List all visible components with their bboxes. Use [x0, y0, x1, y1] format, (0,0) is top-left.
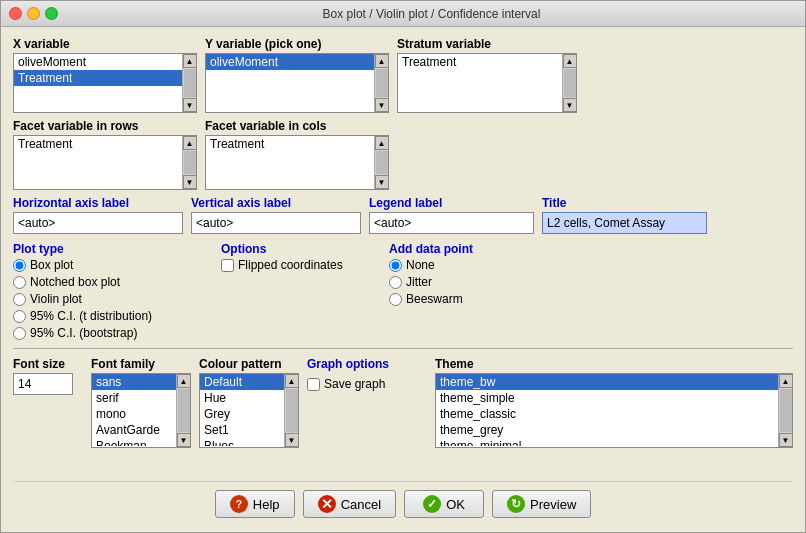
- font-family-scroll-up[interactable]: ▲: [177, 374, 191, 388]
- minimize-button[interactable]: [27, 7, 40, 20]
- theme-item-1[interactable]: theme_simple: [436, 390, 778, 406]
- cancel-icon: ✕: [318, 495, 336, 513]
- xvar-item-0[interactable]: oliveMoment: [14, 54, 182, 70]
- facet-rows-scroll-down[interactable]: ▼: [183, 175, 197, 189]
- xvar-item-1[interactable]: Treatment: [14, 70, 182, 86]
- yvar-scroll-thumb[interactable]: [376, 69, 388, 97]
- xvar-listbox[interactable]: oliveMoment Treatment: [14, 54, 182, 112]
- theme-item-0[interactable]: theme_bw: [436, 374, 778, 390]
- stratum-section: Stratum variable Treatment ▲ ▼: [397, 37, 577, 113]
- theme-listbox[interactable]: theme_bw theme_simple theme_classic them…: [436, 374, 778, 446]
- horizontal-axis-input[interactable]: [13, 212, 183, 234]
- vertical-axis-input[interactable]: [191, 212, 361, 234]
- facet-cols-listbox[interactable]: Treatment: [206, 136, 374, 189]
- colour-pattern-listbox[interactable]: Default Hue Grey Set1 Blues: [200, 374, 284, 446]
- close-button[interactable]: [9, 7, 22, 20]
- add-data-jitter[interactable]: Jitter: [389, 275, 549, 289]
- yvar-scrollbar[interactable]: ▲ ▼: [374, 54, 388, 112]
- theme-scrollbar[interactable]: ▲ ▼: [778, 374, 792, 447]
- facet-rows-scroll-up[interactable]: ▲: [183, 136, 197, 150]
- font-family-item-0[interactable]: sans: [92, 374, 176, 390]
- facet-cols-scrollbar[interactable]: ▲ ▼: [374, 136, 388, 189]
- facet-cols-scroll-down[interactable]: ▼: [375, 175, 389, 189]
- font-family-scroll-down[interactable]: ▼: [177, 433, 191, 447]
- xvar-scroll-down[interactable]: ▼: [183, 98, 197, 112]
- colour-pattern-section: Colour pattern Default Hue Grey Set1 Blu…: [199, 357, 299, 448]
- legend-label: Legend label: [369, 196, 534, 210]
- help-icon: ?: [230, 495, 248, 513]
- theme-item-2[interactable]: theme_classic: [436, 406, 778, 422]
- maximize-button[interactable]: [45, 7, 58, 20]
- colour-pattern-item-0[interactable]: Default: [200, 374, 284, 390]
- yvar-scroll-down[interactable]: ▼: [375, 98, 389, 112]
- colour-pattern-scroll-up[interactable]: ▲: [285, 374, 299, 388]
- plot-type-ci-boot[interactable]: 95% C.I. (bootstrap): [13, 326, 213, 340]
- colour-pattern-scrollbar[interactable]: ▲ ▼: [284, 374, 298, 447]
- font-family-listbox[interactable]: sans serif mono AvantGarde Bookman: [92, 374, 176, 446]
- window-title: Box plot / Violin plot / Confidence inte…: [66, 7, 797, 21]
- yvar-item-0[interactable]: oliveMoment: [206, 54, 374, 70]
- plot-type-boxplot[interactable]: Box plot: [13, 258, 213, 272]
- add-data-group: None Jitter Beeswarm: [389, 258, 549, 306]
- colour-pattern-item-1[interactable]: Hue: [200, 390, 284, 406]
- facet-cols-scroll-up[interactable]: ▲: [375, 136, 389, 150]
- title-input[interactable]: [542, 212, 707, 234]
- save-graph-checkbox[interactable]: Save graph: [307, 377, 427, 391]
- theme-item-3[interactable]: theme_grey: [436, 422, 778, 438]
- cancel-button[interactable]: ✕ Cancel: [303, 490, 396, 518]
- yvar-label: Y variable (pick one): [205, 37, 389, 51]
- font-size-input[interactable]: [13, 373, 73, 395]
- vertical-axis-section: Vertical axis label: [191, 196, 361, 234]
- theme-scroll-up[interactable]: ▲: [779, 374, 793, 388]
- plot-type-section: Plot type Box plot Notched box plot Viol…: [13, 242, 213, 340]
- font-family-wrapper: sans serif mono AvantGarde Bookman ▲ ▼: [91, 373, 191, 448]
- stratum-scroll-up[interactable]: ▲: [563, 54, 577, 68]
- font-family-scrollbar[interactable]: ▲ ▼: [176, 374, 190, 447]
- facet-rows-listbox[interactable]: Treatment: [14, 136, 182, 189]
- facet-rows-scrollbar[interactable]: ▲ ▼: [182, 136, 196, 189]
- preview-button[interactable]: ↻ Preview: [492, 490, 591, 518]
- stratum-scroll-down[interactable]: ▼: [563, 98, 577, 112]
- stratum-label: Stratum variable: [397, 37, 577, 51]
- colour-pattern-item-2[interactable]: Grey: [200, 406, 284, 422]
- xvar-scroll-thumb[interactable]: [184, 69, 196, 97]
- add-data-section: Add data point None Jitter Beeswarm: [389, 242, 549, 306]
- add-data-none[interactable]: None: [389, 258, 549, 272]
- font-family-item-3[interactable]: AvantGarde: [92, 422, 176, 438]
- xvar-scroll-up[interactable]: ▲: [183, 54, 197, 68]
- theme-item-4[interactable]: theme_minimal: [436, 438, 778, 446]
- legend-input[interactable]: [369, 212, 534, 234]
- facet-rows-scroll-thumb[interactable]: [184, 151, 196, 174]
- font-family-item-1[interactable]: serif: [92, 390, 176, 406]
- facet-cols-item-0[interactable]: Treatment: [206, 136, 374, 152]
- yvar-scroll-up[interactable]: ▲: [375, 54, 389, 68]
- colour-pattern-scroll-thumb[interactable]: [286, 389, 298, 432]
- colour-pattern-scroll-down[interactable]: ▼: [285, 433, 299, 447]
- plot-type-notched[interactable]: Notched box plot: [13, 275, 213, 289]
- stratum-listbox[interactable]: Treatment: [398, 54, 562, 112]
- facet-rows-item-0[interactable]: Treatment: [14, 136, 182, 152]
- ok-button[interactable]: ✓ OK: [404, 490, 484, 518]
- font-family-item-4[interactable]: Bookman: [92, 438, 176, 446]
- theme-scroll-thumb[interactable]: [780, 389, 792, 432]
- plot-type-violin[interactable]: Violin plot: [13, 292, 213, 306]
- yvar-listbox[interactable]: oliveMoment: [206, 54, 374, 112]
- facet-cols-wrapper: Treatment ▲ ▼: [205, 135, 389, 190]
- stratum-item-0[interactable]: Treatment: [398, 54, 562, 70]
- help-button[interactable]: ? Help: [215, 490, 295, 518]
- font-family-item-2[interactable]: mono: [92, 406, 176, 422]
- divider: [13, 348, 793, 349]
- facet-cols-scroll-thumb[interactable]: [376, 151, 388, 174]
- font-family-scroll-thumb[interactable]: [178, 389, 190, 432]
- flipped-coordinates-checkbox[interactable]: Flipped coordinates: [221, 258, 381, 272]
- add-data-beeswarm[interactable]: Beeswarm: [389, 292, 549, 306]
- colour-pattern-item-3[interactable]: Set1: [200, 422, 284, 438]
- plot-type-ci-t[interactable]: 95% C.I. (t distribution): [13, 309, 213, 323]
- stratum-scrollbar[interactable]: ▲ ▼: [562, 54, 576, 112]
- theme-scroll-down[interactable]: ▼: [779, 433, 793, 447]
- traffic-lights: [9, 7, 58, 20]
- colour-pattern-item-4[interactable]: Blues: [200, 438, 284, 446]
- facet-cols-label: Facet variable in cols: [205, 119, 389, 133]
- stratum-scroll-thumb[interactable]: [564, 69, 576, 97]
- xvar-scrollbar[interactable]: ▲ ▼: [182, 54, 196, 112]
